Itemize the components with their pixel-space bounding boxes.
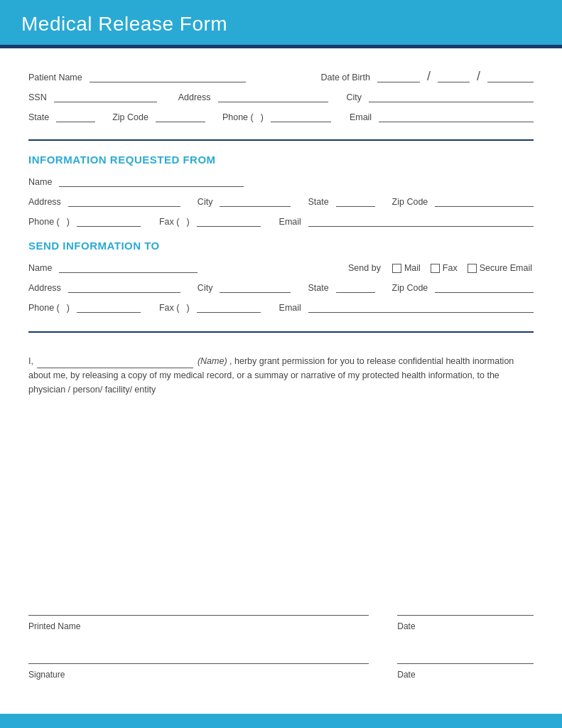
- dob-slash-1: /: [427, 70, 431, 82]
- date-line-2: [397, 651, 534, 664]
- info-name-line: [59, 174, 244, 187]
- address-label: Address: [178, 92, 211, 102]
- auth-name-italic: (Name): [198, 356, 227, 366]
- dob-year-line: [487, 70, 534, 82]
- info-city-label: City: [198, 197, 213, 207]
- send-info-title: SEND INFORMATION TO: [28, 240, 534, 252]
- send-address-row: Address City State Zip Code: [28, 280, 534, 293]
- send-name-row: Name Send by Mail Fax: [28, 260, 534, 273]
- info-fax-suffix: ): [186, 217, 189, 227]
- send-fax2-suffix: ): [186, 303, 189, 313]
- signature-label: Signature: [28, 670, 369, 680]
- phone-line: [271, 109, 331, 122]
- date-field-2: Date: [397, 651, 534, 680]
- info-address-label: Address: [28, 197, 61, 207]
- send-state-label: State: [308, 283, 328, 293]
- send-phone-label: Phone (: [28, 303, 60, 313]
- send-state-line: [336, 280, 375, 293]
- zip-label: Zip Code: [112, 112, 148, 122]
- info-city-line: [220, 194, 291, 207]
- info-phone-line: [77, 214, 141, 227]
- phone-label: Phone (: [222, 112, 254, 122]
- address-line: [218, 90, 328, 102]
- send-name-label: Name: [28, 263, 52, 273]
- info-email-line: [308, 214, 534, 227]
- send-phone-line: [77, 300, 141, 313]
- send-email-label: Email: [279, 303, 301, 313]
- patient-row-1: Patient Name Date of Birth / /: [28, 70, 534, 82]
- send-phone-suffix: ): [67, 303, 70, 313]
- info-fax-line: [197, 214, 261, 227]
- send-name-line: [59, 260, 198, 273]
- mail-checkbox-item[interactable]: Mail: [392, 263, 422, 273]
- city-label: City: [347, 92, 362, 102]
- city-line: [369, 90, 534, 102]
- date-line-1: [397, 603, 534, 616]
- mail-checkbox[interactable]: [392, 264, 401, 273]
- info-phone-row: Phone ( ) Fax ( ) Email: [28, 214, 534, 227]
- send-zip-label: Zip Code: [392, 283, 428, 293]
- info-requested-section: INFORMATION REQUESTED FROM Name Address …: [28, 154, 534, 227]
- secure-email-checkbox[interactable]: [468, 264, 477, 273]
- signature-row: Signature Date: [28, 651, 534, 680]
- fax-checkbox[interactable]: [431, 264, 440, 273]
- info-requested-title: INFORMATION REQUESTED FROM: [28, 154, 534, 166]
- patient-info-section: Patient Name Date of Birth / / SSN Addre…: [28, 63, 534, 141]
- patient-row-3: State Zip Code Phone ( ) Email: [28, 109, 534, 122]
- send-zip-line: [435, 280, 534, 293]
- zip-line: [156, 109, 205, 122]
- info-zip-label: Zip Code: [392, 197, 428, 207]
- bottom-bar: [0, 714, 562, 728]
- send-city-label: City: [198, 283, 213, 293]
- send-phone-row: Phone ( ) Fax ( ) Email: [28, 300, 534, 313]
- printed-name-label: Printed Name: [28, 621, 369, 631]
- send-address-label: Address: [28, 283, 61, 293]
- info-zip-line: [435, 194, 534, 207]
- fax-checkbox-item[interactable]: Fax: [431, 263, 459, 273]
- dob-day-line: [438, 70, 470, 82]
- info-address-row: Address City State Zip Code: [28, 194, 534, 207]
- patient-name-label: Patient Name: [28, 73, 82, 82]
- dob-slash-2: /: [477, 70, 480, 82]
- printed-name-line: [28, 603, 369, 616]
- date-field-1: Date: [397, 603, 534, 631]
- auth-paragraph: I, (Name) , herby grant permission for y…: [28, 354, 534, 397]
- form-header: Medical Release Form: [0, 0, 562, 48]
- date-label-1: Date: [397, 621, 534, 631]
- phone-suffix: ): [261, 112, 264, 122]
- info-state-label: State: [308, 197, 328, 207]
- info-name-label: Name: [28, 177, 52, 187]
- send-city-line: [220, 280, 291, 293]
- signature-field: Signature: [28, 651, 369, 680]
- patient-row-2: SSN Address City: [28, 90, 534, 102]
- ssn-line: [54, 90, 157, 102]
- ssn-label: SSN: [28, 92, 47, 102]
- info-name-row: Name: [28, 174, 534, 187]
- info-phone-suffix: ): [67, 217, 70, 227]
- dob-month-line: [377, 70, 420, 82]
- send-info-section: SEND INFORMATION TO Name Send by Mail: [28, 240, 534, 313]
- signature-line: [28, 651, 369, 664]
- printed-name-row: Printed Name Date: [28, 603, 534, 631]
- send-fax2-label: Fax (: [159, 303, 179, 313]
- info-state-line: [336, 194, 375, 207]
- info-phone-label: Phone (: [28, 217, 60, 227]
- secure-email-checkbox-item[interactable]: Secure Email: [468, 263, 534, 273]
- printed-name-field: Printed Name: [28, 603, 369, 631]
- send-by-label: Send by: [348, 263, 381, 273]
- info-email-label: Email: [279, 217, 301, 227]
- form-title: Medical Release Form: [21, 13, 541, 36]
- middle-section: INFORMATION REQUESTED FROM Name Address …: [28, 141, 534, 333]
- authorization-section: I, (Name) , herby grant permission for y…: [28, 333, 534, 582]
- form-content: Patient Name Date of Birth / / SSN Addre…: [0, 48, 562, 714]
- secure-email-label: Secure Email: [480, 263, 532, 273]
- info-fax-label: Fax (: [159, 217, 179, 227]
- auth-text-start: I,: [28, 356, 33, 366]
- info-address-line: [68, 194, 180, 207]
- send-by-checkboxes: Mail Fax Secure Email: [392, 263, 534, 273]
- send-address-line: [68, 280, 180, 293]
- dob-label: Date of Birth: [320, 73, 369, 82]
- mail-label: Mail: [404, 263, 421, 273]
- send-email-line: [308, 300, 534, 313]
- state-label: State: [28, 112, 49, 122]
